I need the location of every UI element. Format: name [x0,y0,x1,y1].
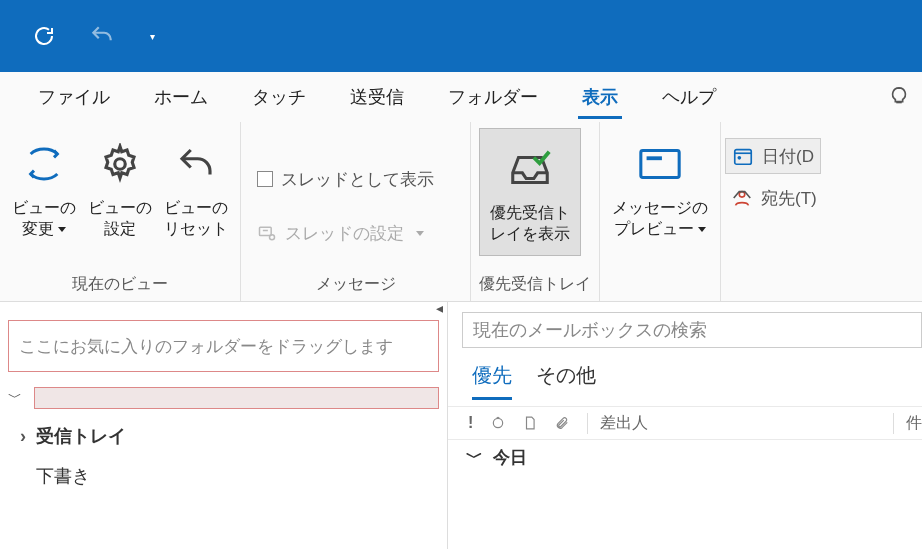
folder-drafts[interactable]: 下書き [0,456,447,496]
column-from[interactable]: 差出人 [587,413,875,434]
ribbon-tabs: ファイル ホーム タッチ 送受信 フォルダー 表示 ヘルプ [0,72,922,122]
message-preview-icon [637,134,683,194]
icon-column-icon[interactable] [523,415,537,431]
collapse-folder-pane-icon[interactable]: ◂ [436,300,443,316]
svg-rect-1 [260,227,272,235]
main-area: ◂ ここにお気に入りのフォルダーをドラッグします ﹀ › 受信トレイ 下書き 現… [0,302,922,549]
message-preview-button[interactable]: メッセージの プレビュー [608,128,712,246]
folder-inbox[interactable]: › 受信トレイ [0,416,447,456]
group-messages: スレッドとして表示 スレッドの設定 メッセージ [241,122,471,301]
search-placeholder: 現在のメールボックスの検索 [473,318,707,342]
tab-touch[interactable]: タッチ [230,72,328,122]
folder-drafts-label: 下書き [36,464,90,488]
tab-other[interactable]: その他 [536,362,596,400]
calendar-icon [732,145,754,167]
qat-customize-icon[interactable]: ▾ [150,31,155,42]
ribbon: ビューの 変更 ビューの 設定 ビューの リセット [0,122,922,302]
inbox-check-icon [507,139,553,199]
folder-inbox-label: 受信トレイ [36,424,126,448]
group-arrangement: 日付(D 宛先(T) [721,122,831,301]
group-focused-inbox: 優先受信ト レイを表示 優先受信トレイ [471,122,600,301]
importance-icon[interactable]: ! [468,414,473,432]
tab-help[interactable]: ヘルプ [640,72,738,122]
conversation-settings-icon [257,223,277,243]
svg-point-6 [738,156,742,160]
message-list-header: ! 差出人 件 [448,406,922,440]
account-row[interactable]: ﹀ [0,380,447,416]
column-subject[interactable]: 件 [893,413,922,434]
reminder-icon[interactable] [491,416,505,430]
message-preview-label: メッセージの プレビュー [612,198,708,240]
arrange-by-to[interactable]: 宛先(T) [725,180,823,216]
tab-home[interactable]: ホーム [132,72,230,122]
group-current-view: ビューの 変更 ビューの 設定 ビューの リセット [0,122,241,301]
person-icon [731,187,753,209]
search-input[interactable]: 現在のメールボックスの検索 [462,312,922,348]
arrange-to-label: 宛先(T) [761,187,817,210]
gear-icon [99,134,141,194]
date-group-today[interactable]: ﹀ 今日 [448,440,922,474]
svg-point-0 [115,159,126,170]
conversation-settings: スレッドの設定 [249,215,432,251]
svg-point-2 [270,235,275,240]
chevron-right-icon: › [16,426,30,447]
group-current-view-label: 現在のビュー [8,270,232,301]
tab-focused[interactable]: 優先 [472,362,512,400]
svg-rect-3 [641,151,679,178]
view-settings-button[interactable]: ビューの 設定 [84,128,156,246]
view-settings-label: ビューの 設定 [88,198,152,240]
tell-me-icon[interactable] [888,86,922,108]
svg-rect-4 [647,156,662,160]
svg-rect-5 [735,150,752,165]
checkbox-icon [257,171,273,187]
change-view-button[interactable]: ビューの 変更 [8,128,80,246]
sync-icon[interactable] [30,22,58,50]
date-group-today-label: 今日 [493,446,527,469]
group-preview-label [608,273,712,301]
undo-icon[interactable] [88,22,116,50]
favorites-placeholder: ここにお気に入りのフォルダーをドラッグします [19,335,393,358]
reset-view-icon [175,134,217,194]
group-preview: メッセージの プレビュー [600,122,721,301]
show-as-conversations[interactable]: スレッドとして表示 [249,161,442,197]
arrange-date-label: 日付(D [762,145,814,168]
show-focused-inbox-label: 優先受信ト レイを表示 [490,203,570,245]
group-messages-label: メッセージ [249,270,462,301]
group-focused-inbox-label: 優先受信トレイ [479,270,591,301]
tab-folder[interactable]: フォルダー [426,72,560,122]
tab-file[interactable]: ファイル [16,72,132,122]
folder-pane: ◂ ここにお気に入りのフォルダーをドラッグします ﹀ › 受信トレイ 下書き [0,302,448,549]
favorites-drop-zone[interactable]: ここにお気に入りのフォルダーをドラッグします [8,320,439,372]
change-view-label: ビューの 変更 [12,198,76,240]
reset-view-label: ビューの リセット [164,198,228,240]
focused-other-tabs: 優先 その他 [448,348,922,400]
conversation-settings-label: スレッドの設定 [285,222,404,245]
message-list-pane: 現在のメールボックスの検索 優先 その他 ! 差出人 件 ﹀ 今日 [448,302,922,549]
tab-send-receive[interactable]: 送受信 [328,72,426,122]
show-as-conversations-label: スレッドとして表示 [281,168,434,191]
account-name [34,387,439,409]
svg-point-8 [494,418,503,427]
change-view-icon [24,134,64,194]
title-bar: ▾ [0,0,922,72]
reset-view-button[interactable]: ビューの リセット [160,128,232,246]
chevron-down-icon: ﹀ [466,446,483,469]
chevron-down-icon: ﹀ [8,389,22,407]
tab-view[interactable]: 表示 [560,72,640,122]
show-focused-inbox-button[interactable]: 優先受信ト レイを表示 [479,128,581,256]
arrange-by-date[interactable]: 日付(D [725,138,821,174]
attachment-icon[interactable] [555,415,569,431]
